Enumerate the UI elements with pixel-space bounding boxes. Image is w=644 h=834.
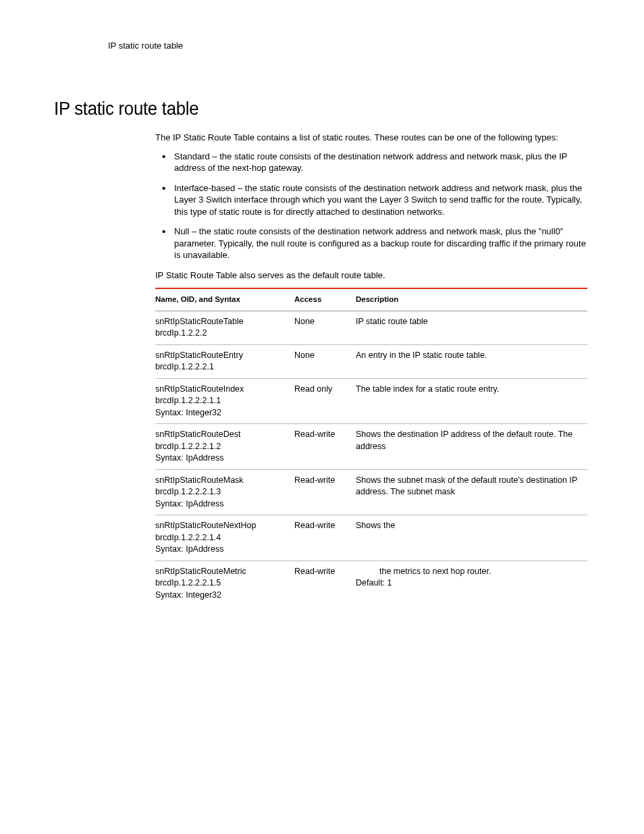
cell-name: snRtIpStaticRouteDestbrcdIp.1.2.2.2.1.2S… <box>155 424 294 470</box>
intro-paragraph: The IP Static Route Table contains a lis… <box>155 132 587 144</box>
running-head: IP static route table <box>108 41 590 51</box>
list-item: Null – the static route consists of the … <box>155 226 587 261</box>
page-title: IP static route table <box>54 98 547 120</box>
col-header-access: Access <box>294 288 356 311</box>
outro-paragraph: IP Static Route Table also serves as the… <box>155 269 587 282</box>
cell-desc: Shows the destination IP address of the … <box>356 424 587 470</box>
desc-line: the metrics to next hop router. <box>356 566 583 578</box>
mib-table: Name, OID, and Syntax Access Description… <box>155 288 587 606</box>
table-row: snRtIpStaticRouteNextHopbrcdIp.1.2.2.2.1… <box>155 515 587 561</box>
cell-name: snRtIpStaticRouteMaskbrcdIp.1.2.2.2.1.3S… <box>155 469 294 515</box>
desc-line: Default: 1 <box>356 578 392 588</box>
cell-access: None <box>294 311 356 344</box>
content-body: The IP Static Route Table contains a lis… <box>155 132 587 606</box>
cell-access: Read-write <box>294 561 356 606</box>
col-header-desc: Description <box>356 288 587 311</box>
cell-name: snRtIpStaticRouteIndexbrcdIp.1.2.2.2.1.1… <box>155 378 294 424</box>
cell-desc: the metrics to next hop router. Default:… <box>356 561 587 606</box>
cell-name: snRtIpStaticRouteTablebrcdIp.1.2.2.2 <box>155 311 294 344</box>
cell-access: Read only <box>294 378 356 424</box>
cell-access: Read-write <box>294 515 356 561</box>
list-item: Interface-based – the static route consi… <box>155 182 587 218</box>
table-row: snRtIpStaticRouteMetricbrcdIp.1.2.2.2.1.… <box>155 561 587 606</box>
cell-desc: IP static route table <box>356 311 587 344</box>
table-row: snRtIpStaticRouteMaskbrcdIp.1.2.2.2.1.3S… <box>155 469 587 515</box>
page: IP static route table IP static route ta… <box>0 0 644 834</box>
table-row: snRtIpStaticRouteDestbrcdIp.1.2.2.2.1.2S… <box>155 424 587 470</box>
cell-name: snRtIpStaticRouteMetricbrcdIp.1.2.2.2.1.… <box>155 561 294 606</box>
table-row: snRtIpStaticRouteTablebrcdIp.1.2.2.2 Non… <box>155 311 587 344</box>
cell-desc: An entry in the IP static route table. <box>356 344 587 378</box>
table-header-row: Name, OID, and Syntax Access Description <box>155 288 587 311</box>
cell-desc: Shows the <box>356 515 587 561</box>
col-header-name: Name, OID, and Syntax <box>155 288 294 311</box>
cell-desc: Shows the subnet mask of the default rou… <box>356 469 587 515</box>
cell-access: Read-write <box>294 469 356 515</box>
cell-name: snRtIpStaticRouteNextHopbrcdIp.1.2.2.2.1… <box>155 515 294 561</box>
cell-name: snRtIpStaticRouteEntrybrcdIp.1.2.2.2.1 <box>155 344 294 378</box>
list-item: Standard – the static route consists of … <box>155 151 587 174</box>
cell-desc: The table index for a static route entry… <box>356 378 587 424</box>
table-row: snRtIpStaticRouteIndexbrcdIp.1.2.2.2.1.1… <box>155 378 587 424</box>
table-row: snRtIpStaticRouteEntrybrcdIp.1.2.2.2.1 N… <box>155 344 587 378</box>
bullet-list: Standard – the static route consists of … <box>155 151 587 261</box>
cell-access: None <box>294 344 356 378</box>
cell-access: Read-write <box>294 424 356 470</box>
